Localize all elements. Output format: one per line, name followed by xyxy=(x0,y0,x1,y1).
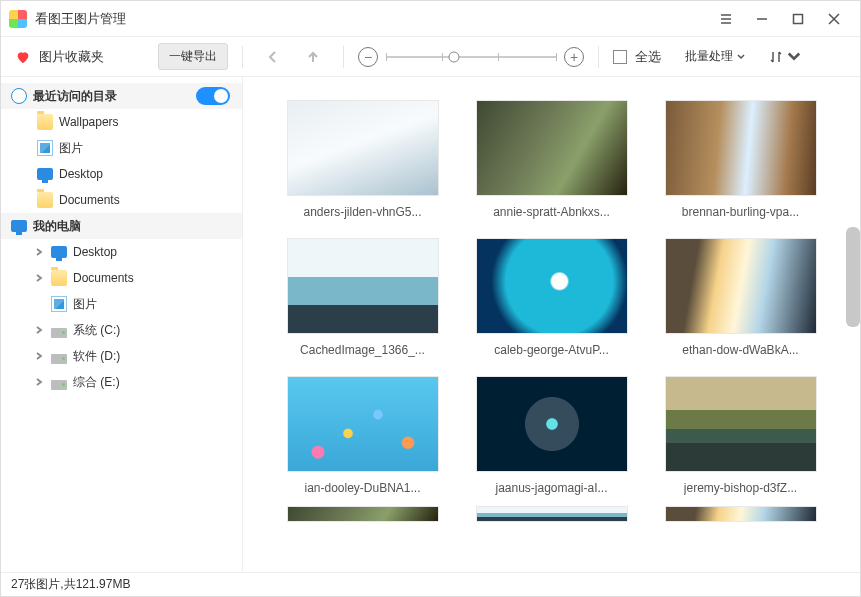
sidebar-item-label: Desktop xyxy=(73,245,117,259)
sidebar-item-label: Documents xyxy=(59,193,120,207)
sidebar-item-drive-c[interactable]: 系统 (C:) xyxy=(1,317,242,343)
sidebar-item-pictures[interactable]: 图片 xyxy=(1,291,242,317)
batch-dropdown[interactable]: 批量处理 xyxy=(685,48,745,65)
recent-header-label: 最近访问的目录 xyxy=(33,88,117,105)
folder-icon xyxy=(51,270,67,286)
sidebar-item-label: 图片 xyxy=(73,296,97,313)
thumbnail-item[interactable]: anders-jilden-vhnG5... xyxy=(283,101,442,219)
thumbnail-image xyxy=(288,101,438,195)
select-all-label: 全选 xyxy=(635,48,661,66)
window-title: 看图王图片管理 xyxy=(35,10,126,28)
sidebar-item-wallpapers[interactable]: Wallpapers xyxy=(1,109,242,135)
monitor-icon xyxy=(37,168,53,180)
select-all-checkbox[interactable] xyxy=(613,50,627,64)
thumbnail-item[interactable]: jeremy-bishop-d3fZ... xyxy=(661,377,820,495)
thumbnail-image xyxy=(666,239,816,333)
chevron-down-icon xyxy=(787,50,801,64)
toolbar: 图片收藏夹 一键导出 − + 全选 批量处理 xyxy=(1,37,860,77)
picture-icon xyxy=(37,140,53,156)
content-area: anders-jilden-vhnG5... annie-spratt-Abnk… xyxy=(243,77,860,572)
hamburger-menu-icon[interactable] xyxy=(708,5,744,33)
zoom-out-button[interactable]: − xyxy=(358,47,378,67)
sidebar-item-label: 综合 (E:) xyxy=(73,374,120,391)
scrollbar-thumb[interactable] xyxy=(846,227,860,327)
thumbnail-caption: jeremy-bishop-d3fZ... xyxy=(684,481,797,495)
thumbnail-item[interactable]: CachedImage_1366_... xyxy=(283,239,442,357)
thumbnail-item[interactable]: brennan-burling-vpa... xyxy=(661,101,820,219)
clock-icon xyxy=(11,88,27,104)
thumbnail-image xyxy=(477,101,627,195)
thumbnail-image[interactable] xyxy=(477,507,627,521)
sidebar-item-documents[interactable]: Documents xyxy=(1,265,242,291)
folder-icon xyxy=(37,114,53,130)
thumbnail-image xyxy=(666,377,816,471)
up-button[interactable] xyxy=(297,50,329,64)
folder-icon xyxy=(37,192,53,208)
heart-icon xyxy=(15,49,31,65)
zoom-slider[interactable] xyxy=(386,47,556,67)
sort-icon xyxy=(769,50,783,64)
chevron-right-icon xyxy=(33,378,45,386)
sidebar-item-label: 图片 xyxy=(59,140,83,157)
thumbnail-item[interactable]: caleb-george-AtvuP... xyxy=(472,239,631,357)
chevron-down-icon xyxy=(737,53,745,61)
sort-dropdown[interactable] xyxy=(769,50,801,64)
status-text: 27张图片,共121.97MB xyxy=(11,576,130,593)
mypc-header[interactable]: 我的电脑 xyxy=(1,213,242,239)
recent-toggle[interactable] xyxy=(196,87,230,105)
minimize-button[interactable] xyxy=(744,5,780,33)
close-button[interactable] xyxy=(816,5,852,33)
chevron-right-icon xyxy=(33,326,45,334)
divider xyxy=(343,46,344,68)
thumbnail-caption: ethan-dow-dWaBkA... xyxy=(682,343,798,357)
thumbnail-image[interactable] xyxy=(666,507,816,521)
sidebar-item-pictures[interactable]: 图片 xyxy=(1,135,242,161)
drive-icon xyxy=(51,380,67,390)
thumbnail-item[interactable]: ian-dooley-DuBNA1... xyxy=(283,377,442,495)
chevron-right-icon xyxy=(33,248,45,256)
sidebar-item-drive-e[interactable]: 综合 (E:) xyxy=(1,369,242,395)
chevron-right-icon xyxy=(33,274,45,282)
thumbnail-caption: jaanus-jagomagi-aI... xyxy=(495,481,607,495)
thumbnail-caption: anders-jilden-vhnG5... xyxy=(303,205,421,219)
sidebar-item-label: Desktop xyxy=(59,167,103,181)
app-icon xyxy=(9,10,27,28)
slider-thumb[interactable] xyxy=(449,51,460,62)
sidebar-item-desktop[interactable]: Desktop xyxy=(1,239,242,265)
statusbar: 27张图片,共121.97MB xyxy=(1,572,860,596)
thumbnail-caption: brennan-burling-vpa... xyxy=(682,205,799,219)
maximize-button[interactable] xyxy=(780,5,816,33)
thumbnail-image xyxy=(477,239,627,333)
picture-icon xyxy=(51,296,67,312)
thumbnail-item[interactable]: annie-spratt-Abnkxs... xyxy=(472,101,631,219)
thumbnail-image xyxy=(288,377,438,471)
drive-icon xyxy=(51,354,67,364)
batch-label: 批量处理 xyxy=(685,48,733,65)
divider xyxy=(598,46,599,68)
sidebar-item-label: 系统 (C:) xyxy=(73,322,120,339)
thumbnail-caption: CachedImage_1366_... xyxy=(300,343,425,357)
sidebar: 最近访问的目录 Wallpapers 图片 Desktop Documents … xyxy=(1,77,243,572)
drive-icon xyxy=(51,328,67,338)
sidebar-item-documents[interactable]: Documents xyxy=(1,187,242,213)
thumbnail-image xyxy=(666,101,816,195)
sidebar-item-desktop[interactable]: Desktop xyxy=(1,161,242,187)
thumbnail-caption: annie-spratt-Abnkxs... xyxy=(493,205,610,219)
thumbnail-image[interactable] xyxy=(288,507,438,521)
thumbnail-image xyxy=(288,239,438,333)
monitor-icon xyxy=(51,246,67,258)
thumbnail-item[interactable]: jaanus-jagomagi-aI... xyxy=(472,377,631,495)
thumbnail-grid: anders-jilden-vhnG5... annie-spratt-Abnk… xyxy=(243,77,860,505)
partial-thumbnail-row xyxy=(243,505,860,521)
sidebar-item-label: Wallpapers xyxy=(59,115,119,129)
sidebar-item-drive-d[interactable]: 软件 (D:) xyxy=(1,343,242,369)
titlebar: 看图王图片管理 xyxy=(1,1,860,37)
favorites-label: 图片收藏夹 xyxy=(39,48,104,66)
recent-header[interactable]: 最近访问的目录 xyxy=(1,83,242,109)
chevron-right-icon xyxy=(33,352,45,360)
back-button[interactable] xyxy=(257,50,289,64)
thumbnail-caption: ian-dooley-DuBNA1... xyxy=(304,481,420,495)
thumbnail-item[interactable]: ethan-dow-dWaBkA... xyxy=(661,239,820,357)
zoom-in-button[interactable]: + xyxy=(564,47,584,67)
export-button[interactable]: 一键导出 xyxy=(158,43,228,70)
